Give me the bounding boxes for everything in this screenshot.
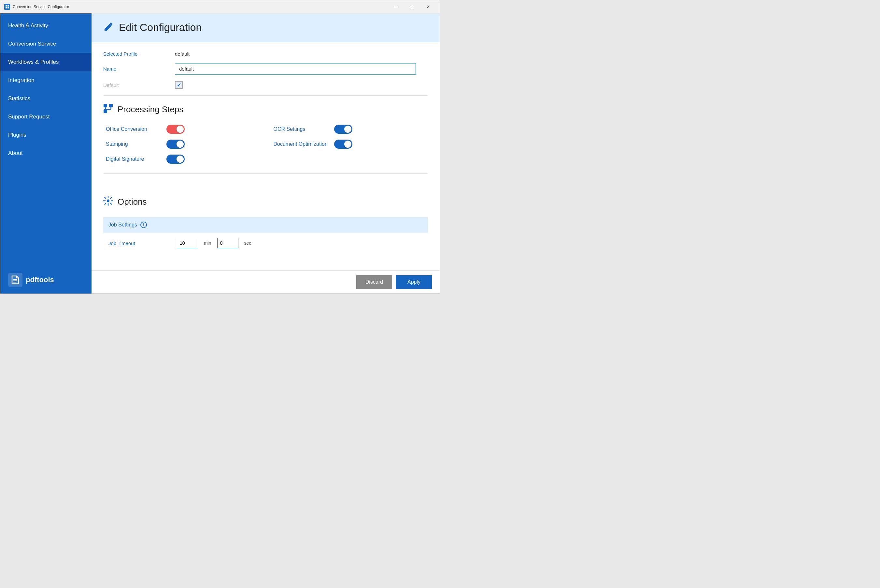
default-checkbox[interactable]: ✓ [175,81,183,89]
svg-rect-0 [6,5,7,6]
svg-rect-9 [109,104,113,107]
sidebar: Health & Activity Conversion Service Wor… [0,14,92,294]
apply-button[interactable]: Apply [396,275,432,289]
sidebar-item-plugins[interactable]: Plugins [0,126,92,144]
processing-item-office-conversion: Office Conversion [106,124,260,134]
job-settings-info-button[interactable]: i [140,222,147,228]
document-optimization-knob [344,141,351,148]
job-timeout-label: Job Timeout [108,240,174,246]
sidebar-item-about[interactable]: About [0,144,92,162]
sidebar-item-conversion-service[interactable]: Conversion Service [0,35,92,53]
sidebar-nav: Health & Activity Conversion Service Wor… [0,14,92,266]
ocr-settings-label: OCR Settings [274,126,329,132]
name-input[interactable] [175,63,416,75]
discard-button[interactable]: Discard [356,275,392,289]
job-timeout-sec-input[interactable] [217,238,238,248]
options-title: Options [117,197,147,207]
svg-rect-2 [6,7,7,9]
svg-rect-3 [8,7,9,9]
content-scroll[interactable]: Edit Configuration Selected Profile defa… [92,14,440,270]
job-settings-header: Job Settings i [103,217,428,232]
job-timeout-row: Job Timeout min sec [103,232,428,254]
options-section: Options Job Settings i Job Timeout min s… [92,196,440,260]
svg-rect-8 [104,104,107,107]
digital-signature-knob [176,156,184,163]
logo-text: pdftools [26,276,54,284]
titlebar: Conversion Service Configurator — □ ✕ [0,0,440,14]
svg-point-14 [107,200,110,202]
app-window: Conversion Service Configurator — □ ✕ He… [0,0,440,294]
options-icon [103,196,113,208]
processing-item-digital-signature: Digital Signature [106,154,260,164]
processing-steps-header: Processing Steps [103,104,428,116]
footer-bar: Discard Apply [92,270,440,294]
main-content: Edit Configuration Selected Profile defa… [92,14,440,294]
stamping-label: Stamping [106,141,161,147]
svg-rect-1 [8,5,9,6]
maximize-button[interactable]: □ [405,2,420,11]
digital-signature-label: Digital Signature [106,156,161,162]
processing-steps-title: Processing Steps [117,105,184,114]
app-body: Health & Activity Conversion Service Wor… [0,14,440,294]
sidebar-item-support-request[interactable]: Support Request [0,108,92,126]
digital-signature-toggle[interactable] [166,154,185,164]
processing-steps-icon [103,104,113,116]
sidebar-item-integration[interactable]: Integration [0,71,92,90]
window-controls: — □ ✕ [388,2,436,11]
office-conversion-label: Office Conversion [106,126,161,132]
name-label: Name [103,66,175,72]
document-optimization-label: Document Optimization [274,141,329,147]
ocr-settings-toggle[interactable] [334,124,352,134]
sidebar-item-workflows-profiles[interactable]: Workflows & Profiles [0,53,92,71]
processing-item-document-optimization: Document Optimization [274,140,428,149]
default-label: Default [103,82,175,88]
sidebar-item-statistics[interactable]: Statistics [0,90,92,108]
processing-item-ocr-settings: OCR Settings [274,124,428,134]
document-optimization-toggle[interactable] [334,140,352,149]
minimize-button[interactable]: — [388,2,403,11]
form-divider [103,95,428,96]
sidebar-item-health-activity[interactable]: Health & Activity [0,16,92,35]
job-timeout-min-input[interactable] [177,238,198,248]
logo: pdftools [0,266,92,294]
app-icon [4,4,10,10]
edit-config-icon [103,21,114,34]
office-conversion-knob [176,126,184,133]
stamping-knob [176,141,184,148]
checkmark-icon: ✓ [177,82,181,88]
selected-profile-label: Selected Profile [103,51,175,57]
min-unit: min [204,240,211,246]
sec-unit: sec [244,240,251,246]
config-header: Edit Configuration [92,14,440,42]
form-area: Selected Profile default Name Default ✓ [92,42,440,190]
stamping-toggle[interactable] [166,140,185,149]
window-title: Conversion Service Configurator [13,4,388,9]
config-header-title: Edit Configuration [119,21,202,33]
close-button[interactable]: ✕ [421,2,436,11]
office-conversion-toggle[interactable] [166,124,185,134]
svg-rect-10 [104,110,107,113]
options-header: Options [103,196,428,208]
ocr-settings-knob [344,126,351,133]
selected-profile-row: Selected Profile default [103,51,428,57]
processing-item-stamping: Stamping [106,140,260,149]
job-settings-title: Job Settings [108,222,137,228]
default-row: Default ✓ [103,81,428,89]
pdftools-logo-icon [8,273,23,287]
selected-profile-value: default [175,51,190,57]
processing-steps-grid: Office Conversion OCR Settings [103,124,428,164]
name-row: Name [103,63,428,75]
